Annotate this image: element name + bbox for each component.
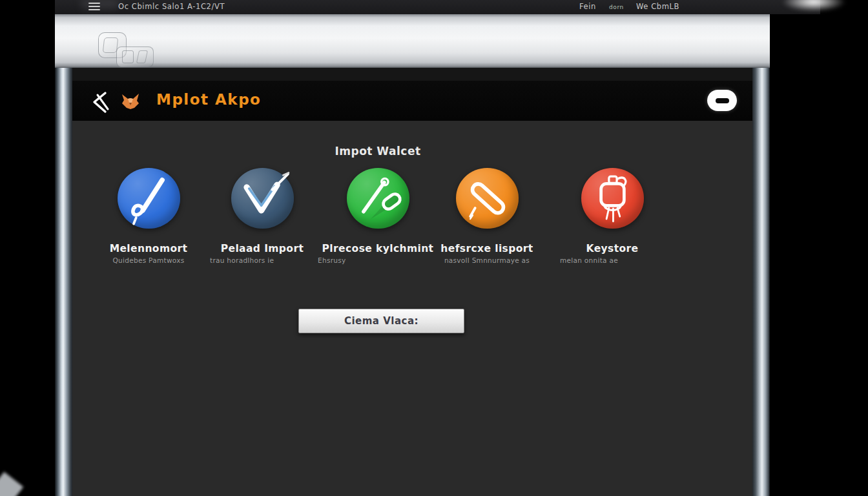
- background-blur-shape: [81, 0, 119, 9]
- option-circle: [118, 168, 180, 229]
- option-sublabel: Ehsrusy: [318, 256, 346, 264]
- glare-reflection: [781, 0, 846, 12]
- device-left-bezel: [55, 68, 72, 496]
- fox-logo-icon: [120, 91, 141, 110]
- option-label: Pelaad Import: [221, 243, 304, 254]
- import-option-keystore[interactable]: Keystore melan onnita ae: [551, 168, 674, 264]
- status-right-item-2: dorn: [609, 4, 624, 10]
- minus-icon: [716, 98, 729, 103]
- option-sublabel: nasvoll Smnnurmaye as: [444, 256, 530, 264]
- screen-top-strip: [72, 68, 752, 81]
- import-option-hardware[interactable]: hefsrcxe lisport nasvoll Smnnurmaye as: [426, 168, 548, 264]
- option-sublabel: melan onnita ae: [560, 256, 618, 264]
- status-right-item-1: Fein: [579, 2, 596, 11]
- option-label: hefsrcxe lisport: [440, 243, 533, 254]
- device-top-bezel: [55, 14, 770, 68]
- option-sublabel: Quidebes Pamtwoxs: [112, 256, 184, 264]
- bell-lock-icon: [581, 168, 644, 229]
- option-circle: [347, 168, 409, 229]
- app-screen: Mplot Akpo Impot Walcet Melennomort Quid…: [72, 68, 752, 496]
- status-bar: Oc Cbimlc Salo1 A-1C2/VT Fein dorn We Cb…: [55, 0, 820, 14]
- pencil-check-icon: [118, 168, 180, 229]
- back-button[interactable]: [88, 89, 114, 114]
- option-circle: [456, 168, 519, 229]
- diagonal-bar-icon: [456, 168, 519, 229]
- option-label: Keystore: [586, 243, 639, 254]
- bezel-logo2-icon: [116, 46, 154, 67]
- section-heading: Impot Walcet: [72, 145, 683, 158]
- option-label: Melennomort: [110, 243, 188, 254]
- background-corner-shape: [0, 472, 23, 496]
- app-header: Mplot Akpo: [72, 81, 752, 121]
- import-option-phrase[interactable]: Pelaad Import trau horadlhors ie: [201, 168, 324, 264]
- menu-icon[interactable]: [88, 2, 100, 11]
- import-option-mnemonic[interactable]: Melennomort Quidebes Pamtwoxs: [87, 168, 210, 264]
- option-circle: [581, 168, 644, 229]
- page-title: Mplot Akpo: [156, 91, 261, 108]
- needle-clip-icon: [347, 168, 409, 229]
- back-arrow-icon: [88, 89, 114, 115]
- primary-action-button[interactable]: Ciema Vlaca:: [298, 309, 464, 333]
- toggle-pill-button[interactable]: [707, 90, 737, 111]
- option-sublabel: trau horadlhors ie: [210, 256, 274, 264]
- import-option-private-key[interactable]: Plrecose kylchmint Ehsrusy: [316, 168, 439, 264]
- check-pencil-icon: [231, 168, 294, 229]
- device-right-bezel: [752, 68, 770, 496]
- status-right-item-3: We CbmLB: [636, 2, 679, 11]
- option-circle: [231, 168, 294, 229]
- status-device-text: Oc Cbimlc Salo1 A-1C2/VT: [118, 2, 225, 11]
- device-photo-canvas: Oc Cbimlc Salo1 A-1C2/VT Fein dorn We Cb…: [0, 0, 868, 496]
- option-label: Plrecose kylchmint: [322, 243, 434, 254]
